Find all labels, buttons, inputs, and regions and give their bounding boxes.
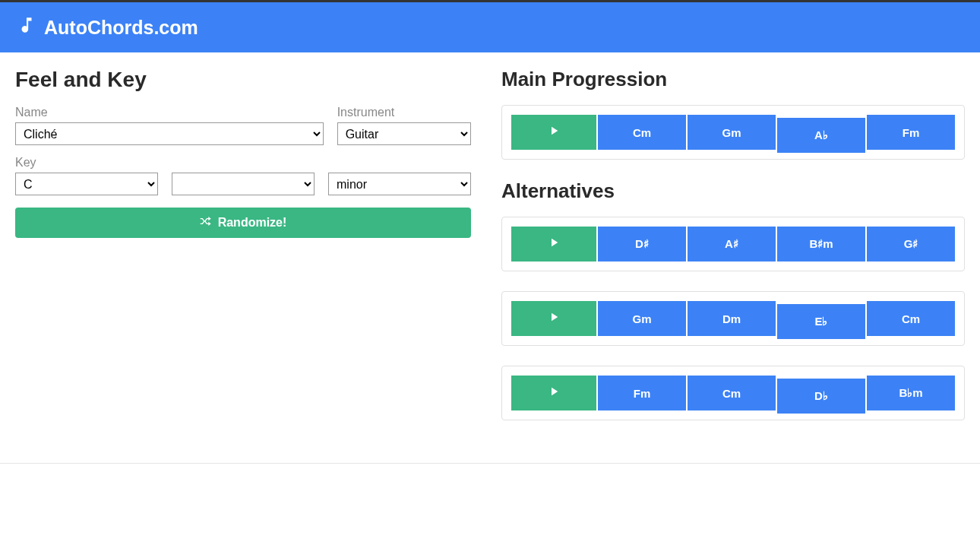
shuffle-icon bbox=[200, 215, 212, 230]
row-name-instrument: Name Cliché Instrument Guitar bbox=[15, 106, 471, 145]
chord-cell[interactable]: G♯ bbox=[867, 227, 955, 261]
chord-cell[interactable]: E♭ bbox=[777, 304, 865, 339]
name-label: Name bbox=[15, 106, 324, 119]
name-group: Name Cliché bbox=[15, 106, 324, 145]
alt-progression-card: Fm Cm D♭ B♭m bbox=[501, 366, 965, 420]
main-progression-title: Main Progression bbox=[501, 68, 965, 91]
chord-cell[interactable]: Dm bbox=[688, 301, 776, 336]
name-select[interactable]: Cliché bbox=[15, 122, 324, 145]
chord-cell[interactable]: Fm bbox=[598, 376, 686, 410]
chord-cell[interactable]: D♭ bbox=[777, 379, 865, 414]
topbar: AutoChords.com bbox=[0, 2, 980, 52]
main-container: Feel and Key Name Cliché Instrument Guit… bbox=[0, 52, 980, 455]
right-panel: Main Progression Cm Gm A♭ Fm Alternative… bbox=[501, 68, 965, 440]
key-accidental-select[interactable] bbox=[172, 173, 315, 195]
left-panel: Feel and Key Name Cliché Instrument Guit… bbox=[15, 68, 486, 440]
chord-cell[interactable]: B♭m bbox=[867, 376, 955, 410]
site-logo[interactable]: AutoChords.com bbox=[17, 15, 198, 40]
randomize-button[interactable]: Randomize! bbox=[15, 208, 471, 238]
alt-chord-row: Fm Cm D♭ B♭m bbox=[511, 376, 955, 410]
chord-cell[interactable]: B♯m bbox=[777, 227, 865, 261]
main-progression-card: Cm Gm A♭ Fm bbox=[501, 105, 965, 160]
alternatives-title: Alternatives bbox=[501, 179, 965, 203]
alt-chord-row: Gm Dm E♭ Cm bbox=[511, 301, 955, 336]
chord-cell[interactable]: Gm bbox=[688, 115, 776, 150]
music-note-icon bbox=[17, 15, 36, 40]
key-mode-select[interactable]: minor bbox=[328, 173, 471, 195]
play-button[interactable] bbox=[511, 227, 596, 261]
chord-cell[interactable]: A♭ bbox=[777, 118, 865, 153]
key-label: Key bbox=[15, 156, 471, 170]
alt-progression-card: D♯ A♯ B♯m G♯ bbox=[501, 217, 965, 271]
play-icon bbox=[547, 385, 561, 401]
footer-divider bbox=[0, 463, 980, 464]
randomize-label: Randomize! bbox=[218, 216, 287, 230]
chord-cell[interactable]: A♯ bbox=[688, 227, 776, 261]
play-button[interactable] bbox=[511, 376, 596, 410]
site-name: AutoChords.com bbox=[44, 17, 198, 39]
main-chord-row: Cm Gm A♭ Fm bbox=[511, 115, 955, 150]
play-icon bbox=[547, 236, 561, 252]
alt-progression-card: Gm Dm E♭ Cm bbox=[501, 291, 965, 346]
chord-cell[interactable]: D♯ bbox=[598, 227, 686, 261]
instrument-select[interactable]: Guitar bbox=[337, 122, 471, 145]
key-group: Key C minor bbox=[15, 156, 471, 195]
chord-cell[interactable]: Cm bbox=[688, 376, 776, 410]
play-icon bbox=[547, 310, 561, 327]
alt-chord-row: D♯ A♯ B♯m G♯ bbox=[511, 227, 955, 261]
play-button[interactable] bbox=[511, 115, 596, 150]
instrument-group: Instrument Guitar bbox=[337, 106, 471, 145]
chord-cell[interactable]: Cm bbox=[867, 301, 955, 336]
play-icon bbox=[547, 124, 561, 141]
feel-and-key-title: Feel and Key bbox=[15, 68, 471, 92]
instrument-label: Instrument bbox=[337, 106, 471, 119]
key-row: C minor bbox=[15, 173, 471, 195]
key-note-select[interactable]: C bbox=[15, 173, 158, 195]
play-button[interactable] bbox=[511, 301, 596, 336]
chord-cell[interactable]: Cm bbox=[598, 115, 686, 150]
chord-cell[interactable]: Gm bbox=[598, 301, 686, 336]
chord-cell[interactable]: Fm bbox=[867, 115, 955, 150]
